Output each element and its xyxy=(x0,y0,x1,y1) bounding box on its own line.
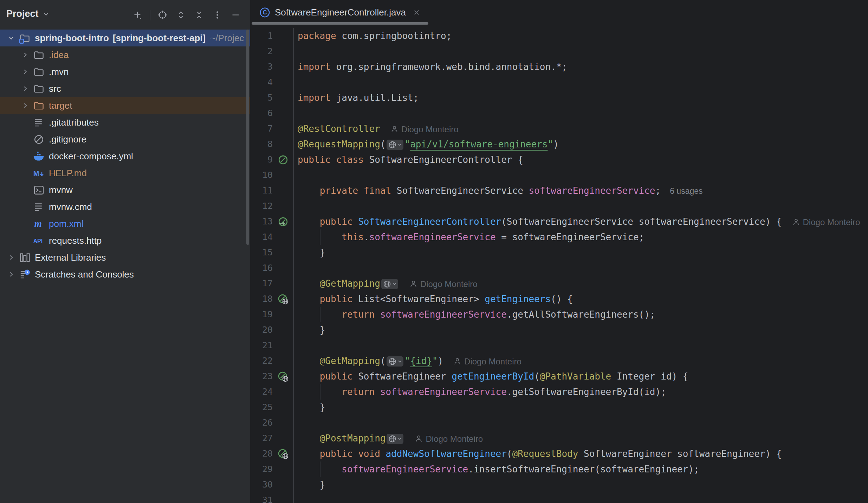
expand-all-button[interactable] xyxy=(174,8,188,22)
line-number[interactable]: 29 xyxy=(250,461,273,477)
gutter-bean-arrow-slot[interactable] xyxy=(273,214,293,229)
line-number[interactable]: 11 xyxy=(250,183,273,198)
more-options-button[interactable] xyxy=(210,8,224,22)
code-line-text[interactable] xyxy=(293,198,868,214)
code-line-text[interactable]: } xyxy=(293,477,868,492)
chevron-right-icon[interactable] xyxy=(18,84,32,93)
project-panel-title-button[interactable]: Project xyxy=(6,8,51,19)
line-number[interactable]: 26 xyxy=(250,415,273,431)
line-number[interactable]: 12 xyxy=(250,198,273,214)
line-number[interactable]: 19 xyxy=(250,307,273,322)
code-line-text[interactable] xyxy=(293,492,868,503)
gutter-bean-slot[interactable] xyxy=(273,152,293,167)
code-line-text[interactable]: public void addNewSoftwareEngineer(@Requ… xyxy=(293,446,868,461)
code-line-text[interactable]: public List<SoftwareEngineer> getEnginee… xyxy=(293,291,868,307)
line-number[interactable]: 2 xyxy=(250,44,273,59)
code-line-text[interactable]: private final SoftwareEngineerService so… xyxy=(293,183,868,198)
code-line-text[interactable] xyxy=(293,44,868,59)
editor-tab-softwareengineercontroller[interactable]: C SoftwareEngineerController.java xyxy=(252,0,428,25)
code-line-text[interactable] xyxy=(293,415,868,431)
line-number[interactable]: 20 xyxy=(250,322,273,338)
hide-panel-button[interactable] xyxy=(229,8,242,22)
code-line-text[interactable] xyxy=(293,167,868,183)
code-line-text[interactable]: return softwareEngineerService.getAllSof… xyxy=(293,307,868,322)
url-mapping-badge[interactable] xyxy=(387,140,403,150)
code-line-text[interactable]: } xyxy=(293,400,868,415)
tree-item-mvnw[interactable]: mvnw xyxy=(0,182,250,198)
code-author-inlay[interactable]: Diogo Monteiro xyxy=(409,279,478,289)
code-line-text[interactable] xyxy=(293,75,868,90)
line-number[interactable]: 3 xyxy=(250,59,273,75)
line-number[interactable]: 22 xyxy=(250,353,273,369)
project-tree-scrollbar[interactable] xyxy=(246,30,249,245)
tree-item-external-libraries[interactable]: External Libraries xyxy=(0,249,250,266)
line-number[interactable]: 5 xyxy=(250,90,273,106)
line-number[interactable]: 16 xyxy=(250,260,273,276)
code-editor[interactable]: 1package com.springbootintro;23import or… xyxy=(250,25,868,503)
collapse-all-button[interactable] xyxy=(192,8,206,22)
code-line-text[interactable]: @PostMappingDiogo Monteiro xyxy=(293,431,868,446)
code-line-text[interactable]: import org.springframework.web.bind.anno… xyxy=(293,59,868,75)
code-line-text[interactable]: this.softwareEngineerService = softwareE… xyxy=(293,229,868,245)
tree-item-mvnw-cmd[interactable]: mvnw.cmd xyxy=(0,198,250,215)
gutter-mapping-slot[interactable] xyxy=(273,291,293,307)
line-number[interactable]: 21 xyxy=(250,338,273,353)
tree-item-idea[interactable]: .idea xyxy=(0,46,250,63)
url-mapping-badge[interactable] xyxy=(387,356,403,367)
code-line-text[interactable]: public SoftwareEngineer getEngineerById(… xyxy=(293,369,868,384)
tree-item-spring-boot-intro[interactable]: spring-boot-intro[spring-boot-rest-api]~… xyxy=(0,30,250,46)
code-author-inlay[interactable]: Diogo Monteiro xyxy=(390,125,459,134)
tree-item-src[interactable]: src xyxy=(0,80,250,97)
add-button[interactable] xyxy=(131,8,144,22)
code-line-text[interactable]: } xyxy=(293,322,868,338)
tree-item-gitignore[interactable]: .gitignore xyxy=(0,131,250,148)
line-number[interactable]: 4 xyxy=(250,75,273,90)
url-mapping-badge[interactable] xyxy=(387,434,403,444)
tree-item-mvn[interactable]: .mvn xyxy=(0,63,250,80)
url-mapping-badge[interactable] xyxy=(381,279,398,289)
line-number[interactable]: 25 xyxy=(250,400,273,415)
gutter-mapping-slot[interactable] xyxy=(273,369,293,384)
line-number[interactable]: 17 xyxy=(250,276,273,291)
code-line-text[interactable]: import java.util.List; xyxy=(293,90,868,106)
code-author-inlay[interactable]: Diogo Monteiro xyxy=(792,217,860,227)
chevron-right-icon[interactable] xyxy=(4,253,18,262)
close-tab-button[interactable] xyxy=(413,8,421,17)
chevron-right-icon[interactable] xyxy=(18,68,32,76)
code-author-inlay[interactable]: Diogo Monteiro xyxy=(453,357,522,367)
code-line-text[interactable]: @RequestMapping("api/v1/software-enginee… xyxy=(293,136,868,152)
tree-item-docker-compose-yml[interactable]: docker-compose.yml xyxy=(0,148,250,165)
code-line-text[interactable]: return softwareEngineerService.getSoftwa… xyxy=(293,384,868,400)
code-line-text[interactable]: public SoftwareEngineerController(Softwa… xyxy=(293,214,868,229)
line-number[interactable]: 24 xyxy=(250,384,273,400)
code-line-text[interactable] xyxy=(293,106,868,121)
line-number[interactable]: 8 xyxy=(250,136,273,152)
line-number[interactable]: 23 xyxy=(250,369,273,384)
code-line-text[interactable]: package com.springbootintro; xyxy=(293,28,868,44)
line-number[interactable]: 7 xyxy=(250,121,273,136)
code-line-text[interactable]: softwareEngineerService.insertSoftwareEn… xyxy=(293,461,868,477)
tree-item-scratches-and-consoles[interactable]: Scratches and Consoles xyxy=(0,266,250,283)
tree-item-requests-http[interactable]: APIrequests.http xyxy=(0,232,250,249)
tree-item-pom-xml[interactable]: mpom.xml xyxy=(0,215,250,232)
line-number[interactable]: 31 xyxy=(250,492,273,503)
line-number[interactable]: 10 xyxy=(250,167,273,183)
usages-inlay[interactable]: 6 usages xyxy=(670,186,702,196)
chevron-right-icon[interactable] xyxy=(18,101,32,110)
tree-item-gitattributes[interactable]: .gitattributes xyxy=(0,114,250,131)
tree-item-target[interactable]: target xyxy=(0,97,250,114)
line-number[interactable]: 6 xyxy=(250,106,273,121)
line-number[interactable]: 9 xyxy=(250,152,273,167)
code-line-text[interactable] xyxy=(293,260,868,276)
chevron-right-icon[interactable] xyxy=(18,51,32,59)
tree-item-help-md[interactable]: MHELP.md xyxy=(0,165,250,182)
gutter-mapping-slot[interactable] xyxy=(273,446,293,461)
code-line-text[interactable] xyxy=(293,338,868,353)
code-line-text[interactable]: @RestControllerDiogo Monteiro xyxy=(293,121,868,136)
line-number[interactable]: 30 xyxy=(250,477,273,492)
chevron-down-icon[interactable] xyxy=(4,34,18,42)
code-line-text[interactable]: } xyxy=(293,245,868,260)
chevron-right-icon[interactable] xyxy=(4,270,18,279)
code-author-inlay[interactable]: Diogo Monteiro xyxy=(414,434,483,444)
line-number[interactable]: 27 xyxy=(250,431,273,446)
